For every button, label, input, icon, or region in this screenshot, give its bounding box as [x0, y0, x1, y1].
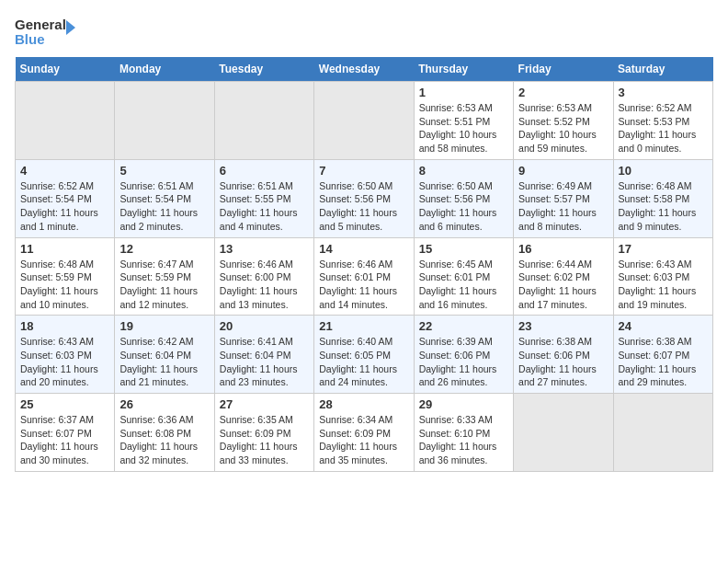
day-number: 13: [220, 242, 309, 256]
day-header-friday: Friday: [514, 57, 613, 82]
day-info: Sunrise: 6:41 AM Sunset: 6:04 PM Dayligh…: [220, 335, 309, 389]
day-info: Sunrise: 6:40 AM Sunset: 6:05 PM Dayligh…: [319, 335, 408, 389]
calendar-cell: 14Sunrise: 6:46 AM Sunset: 6:01 PM Dayli…: [314, 237, 414, 316]
calendar-cell: 25Sunrise: 6:37 AM Sunset: 6:07 PM Dayli…: [16, 394, 115, 472]
calendar-cell: 20Sunrise: 6:41 AM Sunset: 6:04 PM Dayli…: [214, 316, 313, 394]
calendar-cell: 2Sunrise: 6:53 AM Sunset: 5:52 PM Daylig…: [514, 82, 613, 160]
calendar-table: SundayMondayTuesdayWednesdayThursdayFrid…: [15, 57, 713, 472]
day-header-wednesday: Wednesday: [314, 57, 414, 82]
day-info: Sunrise: 6:46 AM Sunset: 6:01 PM Dayligh…: [319, 258, 408, 312]
calendar-cell: 22Sunrise: 6:39 AM Sunset: 6:06 PM Dayli…: [414, 316, 513, 394]
day-number: 5: [119, 164, 209, 178]
day-info: Sunrise: 6:48 AM Sunset: 5:59 PM Dayligh…: [20, 258, 109, 312]
day-info: Sunrise: 6:49 AM Sunset: 5:57 PM Dayligh…: [518, 179, 608, 234]
day-info: Sunrise: 6:34 AM Sunset: 6:09 PM Dayligh…: [319, 413, 408, 467]
day-info: Sunrise: 6:53 AM Sunset: 5:52 PM Dayligh…: [518, 101, 608, 155]
day-number: 9: [518, 164, 608, 178]
day-number: 11: [20, 242, 109, 256]
day-info: Sunrise: 6:42 AM Sunset: 6:04 PM Dayligh…: [119, 335, 209, 389]
day-info: Sunrise: 6:52 AM Sunset: 5:54 PM Dayligh…: [20, 179, 109, 234]
header: GeneralBlue: [15, 15, 713, 50]
calendar-cell: 29Sunrise: 6:33 AM Sunset: 6:10 PM Dayli…: [414, 394, 513, 472]
svg-marker-2: [66, 20, 75, 35]
day-number: 20: [220, 319, 309, 333]
day-info: Sunrise: 6:47 AM Sunset: 5:59 PM Dayligh…: [119, 258, 209, 312]
day-number: 16: [518, 242, 608, 256]
calendar-body: 1Sunrise: 6:53 AM Sunset: 5:51 PM Daylig…: [16, 82, 713, 472]
day-info: Sunrise: 6:51 AM Sunset: 5:54 PM Dayligh…: [119, 179, 209, 234]
calendar-cell: 26Sunrise: 6:36 AM Sunset: 6:08 PM Dayli…: [115, 394, 214, 472]
calendar-cell: 27Sunrise: 6:35 AM Sunset: 6:09 PM Dayli…: [214, 394, 313, 472]
day-number: 18: [20, 319, 109, 333]
day-number: 28: [319, 397, 408, 411]
day-info: Sunrise: 6:45 AM Sunset: 6:01 PM Dayligh…: [419, 258, 508, 312]
calendar-cell: [115, 82, 214, 160]
day-number: 29: [419, 397, 508, 411]
day-info: Sunrise: 6:46 AM Sunset: 6:00 PM Dayligh…: [220, 258, 309, 312]
day-header-sunday: Sunday: [16, 57, 115, 82]
week-row-5: 25Sunrise: 6:37 AM Sunset: 6:07 PM Dayli…: [16, 394, 713, 472]
calendar-cell: 21Sunrise: 6:40 AM Sunset: 6:05 PM Dayli…: [314, 316, 414, 394]
logo-svg: GeneralBlue: [15, 15, 79, 50]
day-info: Sunrise: 6:38 AM Sunset: 6:06 PM Dayligh…: [518, 335, 608, 389]
day-info: Sunrise: 6:50 AM Sunset: 5:56 PM Dayligh…: [419, 179, 508, 234]
calendar-cell: 16Sunrise: 6:44 AM Sunset: 6:02 PM Dayli…: [514, 237, 613, 316]
day-number: 4: [20, 164, 109, 178]
calendar-cell: 4Sunrise: 6:52 AM Sunset: 5:54 PM Daylig…: [16, 159, 115, 237]
day-number: 19: [119, 319, 209, 333]
day-number: 1: [419, 86, 508, 99]
calendar-cell: 15Sunrise: 6:45 AM Sunset: 6:01 PM Dayli…: [414, 237, 513, 316]
day-header-saturday: Saturday: [613, 57, 712, 82]
day-number: 6: [220, 164, 309, 178]
day-number: 10: [619, 164, 708, 178]
week-row-1: 1Sunrise: 6:53 AM Sunset: 5:51 PM Daylig…: [16, 82, 713, 160]
day-info: Sunrise: 6:51 AM Sunset: 5:55 PM Dayligh…: [220, 179, 309, 234]
day-info: Sunrise: 6:43 AM Sunset: 6:03 PM Dayligh…: [20, 335, 109, 389]
day-header-monday: Monday: [115, 57, 214, 82]
day-number: 23: [518, 319, 608, 333]
calendar-cell: 3Sunrise: 6:52 AM Sunset: 5:53 PM Daylig…: [613, 82, 712, 160]
day-info: Sunrise: 6:44 AM Sunset: 6:02 PM Dayligh…: [518, 258, 608, 312]
week-row-2: 4Sunrise: 6:52 AM Sunset: 5:54 PM Daylig…: [16, 159, 713, 237]
calendar-cell: [613, 394, 712, 472]
calendar-cell: 6Sunrise: 6:51 AM Sunset: 5:55 PM Daylig…: [214, 159, 313, 237]
calendar-cell: 5Sunrise: 6:51 AM Sunset: 5:54 PM Daylig…: [115, 159, 214, 237]
calendar-cell: 13Sunrise: 6:46 AM Sunset: 6:00 PM Dayli…: [214, 237, 313, 316]
day-header-tuesday: Tuesday: [214, 57, 313, 82]
day-info: Sunrise: 6:52 AM Sunset: 5:53 PM Dayligh…: [619, 101, 708, 155]
week-row-3: 11Sunrise: 6:48 AM Sunset: 5:59 PM Dayli…: [16, 237, 713, 316]
day-number: 12: [119, 242, 209, 256]
day-number: 8: [419, 164, 508, 178]
calendar-cell: 8Sunrise: 6:50 AM Sunset: 5:56 PM Daylig…: [414, 159, 513, 237]
day-header-thursday: Thursday: [414, 57, 513, 82]
calendar-cell: [514, 394, 613, 472]
calendar-cell: 7Sunrise: 6:50 AM Sunset: 5:56 PM Daylig…: [314, 159, 414, 237]
calendar-cell: 17Sunrise: 6:43 AM Sunset: 6:03 PM Dayli…: [613, 237, 712, 316]
day-info: Sunrise: 6:38 AM Sunset: 6:07 PM Dayligh…: [619, 335, 708, 389]
day-number: 22: [419, 319, 508, 333]
day-info: Sunrise: 6:48 AM Sunset: 5:58 PM Dayligh…: [619, 179, 708, 234]
calendar-cell: [214, 82, 313, 160]
day-info: Sunrise: 6:35 AM Sunset: 6:09 PM Dayligh…: [220, 413, 309, 467]
calendar-cell: 9Sunrise: 6:49 AM Sunset: 5:57 PM Daylig…: [514, 159, 613, 237]
day-info: Sunrise: 6:37 AM Sunset: 6:07 PM Dayligh…: [20, 413, 109, 467]
calendar-cell: 1Sunrise: 6:53 AM Sunset: 5:51 PM Daylig…: [414, 82, 513, 160]
calendar-cell: [314, 82, 414, 160]
day-number: 27: [220, 397, 309, 411]
day-number: 7: [319, 164, 408, 178]
day-number: 15: [419, 242, 508, 256]
calendar-cell: 28Sunrise: 6:34 AM Sunset: 6:09 PM Dayli…: [314, 394, 414, 472]
day-info: Sunrise: 6:53 AM Sunset: 5:51 PM Dayligh…: [419, 101, 508, 155]
day-number: 21: [319, 319, 408, 333]
svg-text:Blue: Blue: [15, 31, 45, 47]
week-row-4: 18Sunrise: 6:43 AM Sunset: 6:03 PM Dayli…: [16, 316, 713, 394]
calendar-cell: 19Sunrise: 6:42 AM Sunset: 6:04 PM Dayli…: [115, 316, 214, 394]
calendar-cell: 23Sunrise: 6:38 AM Sunset: 6:06 PM Dayli…: [514, 316, 613, 394]
day-number: 25: [20, 397, 109, 411]
day-number: 24: [619, 319, 708, 333]
day-info: Sunrise: 6:33 AM Sunset: 6:10 PM Dayligh…: [419, 413, 508, 467]
day-number: 14: [319, 242, 408, 256]
day-info: Sunrise: 6:39 AM Sunset: 6:06 PM Dayligh…: [419, 335, 508, 389]
calendar-cell: 18Sunrise: 6:43 AM Sunset: 6:03 PM Dayli…: [16, 316, 115, 394]
day-number: 2: [518, 86, 608, 99]
